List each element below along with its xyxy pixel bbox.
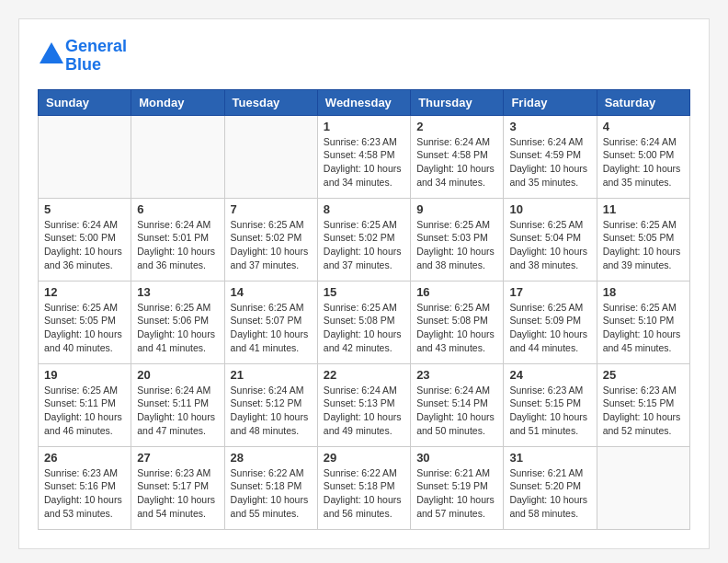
- calendar-cell: [224, 115, 317, 198]
- calendar-cell: 2Sunrise: 6:24 AM Sunset: 4:58 PM Daylig…: [411, 115, 504, 198]
- calendar-cell: 20Sunrise: 6:24 AM Sunset: 5:11 PM Dayli…: [131, 363, 224, 446]
- calendar-cell: 10Sunrise: 6:25 AM Sunset: 5:04 PM Dayli…: [504, 198, 597, 281]
- day-number: 22: [324, 368, 404, 382]
- day-number: 27: [137, 451, 218, 465]
- logo-icon: [38, 40, 65, 68]
- day-info: Sunrise: 6:24 AM Sunset: 5:01 PM Dayligh…: [137, 218, 218, 272]
- day-number: 19: [44, 368, 125, 382]
- calendar-cell: 3Sunrise: 6:24 AM Sunset: 4:59 PM Daylig…: [504, 115, 597, 198]
- weekday-header-saturday: Saturday: [597, 89, 689, 115]
- day-info: Sunrise: 6:21 AM Sunset: 5:20 PM Dayligh…: [509, 466, 590, 521]
- day-number: 25: [603, 368, 684, 382]
- calendar-cell: 7Sunrise: 6:25 AM Sunset: 5:02 PM Daylig…: [224, 198, 317, 281]
- day-info: Sunrise: 6:25 AM Sunset: 5:05 PM Dayligh…: [603, 218, 684, 272]
- day-number: 26: [44, 451, 125, 465]
- calendar-cell: 22Sunrise: 6:24 AM Sunset: 5:13 PM Dayli…: [317, 363, 410, 446]
- day-info: Sunrise: 6:25 AM Sunset: 5:09 PM Dayligh…: [509, 301, 590, 355]
- day-info: Sunrise: 6:21 AM Sunset: 5:19 PM Dayligh…: [416, 466, 497, 521]
- calendar-cell: 18Sunrise: 6:25 AM Sunset: 5:10 PM Dayli…: [597, 281, 689, 363]
- day-number: 23: [416, 368, 497, 382]
- week-row-4: 19Sunrise: 6:25 AM Sunset: 5:11 PM Dayli…: [39, 363, 690, 446]
- day-info: Sunrise: 6:24 AM Sunset: 5:00 PM Dayligh…: [44, 218, 125, 272]
- weekday-header-sunday: Sunday: [39, 89, 131, 115]
- calendar-cell: 6Sunrise: 6:24 AM Sunset: 5:01 PM Daylig…: [131, 198, 224, 281]
- day-info: Sunrise: 6:25 AM Sunset: 5:11 PM Dayligh…: [44, 384, 125, 438]
- logo-text: General Blue: [65, 38, 127, 75]
- day-number: 20: [137, 368, 218, 382]
- calendar-table: SundayMondayTuesdayWednesdayThursdayFrid…: [38, 89, 690, 530]
- calendar-cell: 9Sunrise: 6:25 AM Sunset: 5:03 PM Daylig…: [411, 198, 504, 281]
- day-number: 11: [603, 202, 684, 216]
- day-info: Sunrise: 6:23 AM Sunset: 5:17 PM Dayligh…: [137, 466, 218, 521]
- day-info: Sunrise: 6:24 AM Sunset: 5:14 PM Dayligh…: [416, 384, 497, 438]
- day-number: 17: [509, 285, 590, 299]
- calendar-cell: 12Sunrise: 6:25 AM Sunset: 5:05 PM Dayli…: [39, 281, 131, 363]
- day-info: Sunrise: 6:25 AM Sunset: 5:03 PM Dayligh…: [416, 218, 497, 272]
- day-info: Sunrise: 6:24 AM Sunset: 5:12 PM Dayligh…: [231, 384, 312, 438]
- day-number: 16: [416, 285, 497, 299]
- day-info: Sunrise: 6:25 AM Sunset: 5:04 PM Dayligh…: [509, 218, 590, 272]
- calendar-cell: 11Sunrise: 6:25 AM Sunset: 5:05 PM Dayli…: [597, 198, 689, 281]
- day-info: Sunrise: 6:25 AM Sunset: 5:06 PM Dayligh…: [137, 301, 218, 355]
- day-info: Sunrise: 6:25 AM Sunset: 5:10 PM Dayligh…: [603, 301, 684, 355]
- day-number: 28: [231, 451, 312, 465]
- day-number: 10: [509, 202, 590, 216]
- calendar-container: General Blue SundayMondayTuesdayWednesda…: [18, 18, 710, 549]
- calendar-cell: [131, 115, 224, 198]
- day-number: 1: [324, 120, 404, 133]
- day-number: 21: [231, 368, 312, 382]
- calendar-cell: 17Sunrise: 6:25 AM Sunset: 5:09 PM Dayli…: [504, 281, 597, 363]
- calendar-cell: 26Sunrise: 6:23 AM Sunset: 5:16 PM Dayli…: [39, 446, 131, 529]
- calendar-cell: 23Sunrise: 6:24 AM Sunset: 5:14 PM Dayli…: [411, 363, 504, 446]
- weekday-header-row: SundayMondayTuesdayWednesdayThursdayFrid…: [39, 89, 690, 115]
- day-info: Sunrise: 6:25 AM Sunset: 5:08 PM Dayligh…: [324, 301, 404, 355]
- day-number: 3: [509, 120, 590, 133]
- day-number: 31: [509, 451, 590, 465]
- calendar-cell: 29Sunrise: 6:22 AM Sunset: 5:18 PM Dayli…: [317, 446, 410, 529]
- day-info: Sunrise: 6:23 AM Sunset: 5:15 PM Dayligh…: [509, 384, 590, 438]
- week-row-1: 1Sunrise: 6:23 AM Sunset: 4:58 PM Daylig…: [39, 115, 690, 198]
- week-row-2: 5Sunrise: 6:24 AM Sunset: 5:00 PM Daylig…: [39, 198, 690, 281]
- day-info: Sunrise: 6:25 AM Sunset: 5:07 PM Dayligh…: [231, 301, 312, 355]
- calendar-cell: 25Sunrise: 6:23 AM Sunset: 5:15 PM Dayli…: [597, 363, 689, 446]
- day-info: Sunrise: 6:24 AM Sunset: 5:13 PM Dayligh…: [324, 384, 404, 438]
- day-info: Sunrise: 6:23 AM Sunset: 5:15 PM Dayligh…: [603, 384, 684, 438]
- calendar-cell: [597, 446, 689, 529]
- day-number: 12: [44, 285, 125, 299]
- day-number: 13: [137, 285, 218, 299]
- weekday-header-monday: Monday: [131, 89, 224, 115]
- calendar-header: General Blue: [38, 38, 690, 75]
- calendar-cell: 13Sunrise: 6:25 AM Sunset: 5:06 PM Dayli…: [131, 281, 224, 363]
- calendar-cell: 30Sunrise: 6:21 AM Sunset: 5:19 PM Dayli…: [411, 446, 504, 529]
- day-info: Sunrise: 6:22 AM Sunset: 5:18 PM Dayligh…: [324, 466, 404, 521]
- calendar-cell: 24Sunrise: 6:23 AM Sunset: 5:15 PM Dayli…: [504, 363, 597, 446]
- calendar-cell: [39, 115, 131, 198]
- calendar-cell: 15Sunrise: 6:25 AM Sunset: 5:08 PM Dayli…: [317, 281, 410, 363]
- day-info: Sunrise: 6:24 AM Sunset: 5:11 PM Dayligh…: [137, 384, 218, 438]
- day-number: 14: [231, 285, 312, 299]
- calendar-cell: 1Sunrise: 6:23 AM Sunset: 4:58 PM Daylig…: [317, 115, 410, 198]
- day-number: 4: [603, 120, 684, 133]
- day-number: 30: [416, 451, 497, 465]
- calendar-cell: 5Sunrise: 6:24 AM Sunset: 5:00 PM Daylig…: [39, 198, 131, 281]
- calendar-cell: 4Sunrise: 6:24 AM Sunset: 5:00 PM Daylig…: [597, 115, 689, 198]
- weekday-header-tuesday: Tuesday: [224, 89, 317, 115]
- day-number: 29: [324, 451, 404, 465]
- day-number: 18: [603, 285, 684, 299]
- day-info: Sunrise: 6:23 AM Sunset: 5:16 PM Dayligh…: [44, 466, 125, 521]
- logo: General Blue: [38, 38, 127, 75]
- day-number: 24: [509, 368, 590, 382]
- day-number: 8: [324, 202, 404, 216]
- calendar-cell: 19Sunrise: 6:25 AM Sunset: 5:11 PM Dayli…: [39, 363, 131, 446]
- day-number: 9: [416, 202, 497, 216]
- weekday-header-friday: Friday: [504, 89, 597, 115]
- day-number: 15: [324, 285, 404, 299]
- svg-marker-0: [40, 42, 63, 63]
- calendar-cell: 28Sunrise: 6:22 AM Sunset: 5:18 PM Dayli…: [224, 446, 317, 529]
- day-number: 5: [44, 202, 125, 216]
- calendar-cell: 31Sunrise: 6:21 AM Sunset: 5:20 PM Dayli…: [504, 446, 597, 529]
- day-number: 2: [416, 120, 497, 133]
- day-info: Sunrise: 6:24 AM Sunset: 5:00 PM Dayligh…: [603, 135, 684, 190]
- week-row-3: 12Sunrise: 6:25 AM Sunset: 5:05 PM Dayli…: [39, 281, 690, 363]
- calendar-cell: 8Sunrise: 6:25 AM Sunset: 5:02 PM Daylig…: [317, 198, 410, 281]
